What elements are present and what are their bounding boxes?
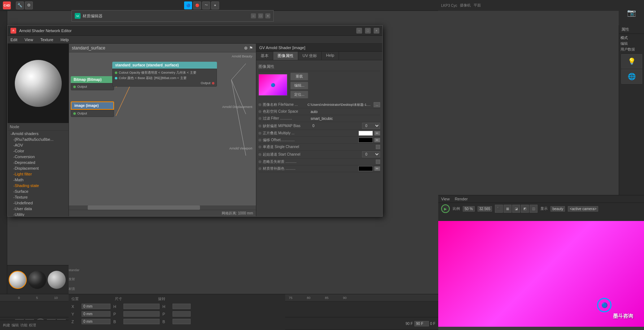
toolbar-icon-3[interactable]: 🔵 <box>184 1 192 9</box>
render-controls: View Render ▶ 比例 50 % 32.565 ⬛ ▦ ◪ ◩ ◫ 显… <box>438 195 644 221</box>
right-tab-userdata[interactable]: 用户数据 <box>621 47 643 52</box>
gv-logo: 🔵 <box>271 83 275 87</box>
arnold-maximize-btn[interactable]: □ <box>365 28 371 34</box>
mipmap-select[interactable]: 0 <box>362 123 380 129</box>
view-btn-4[interactable]: ◩ <box>521 205 529 213</box>
z-b-label: B <box>162 320 170 324</box>
node-standard-surface[interactable]: standard_surface (standard_surface) Cuto… <box>112 62 217 87</box>
y-pos-input[interactable] <box>82 311 110 317</box>
prop-color-repl[interactable] <box>358 166 373 171</box>
b-rot-input[interactable]: 0° <box>173 319 191 324</box>
right-props-header: 属性 <box>619 25 644 34</box>
gv-tab-image[interactable]: 图像属性 <box>273 52 298 60</box>
gv-tab-basic[interactable]: 基本 <box>256 52 273 60</box>
startchannel-select[interactable]: 0 <box>362 151 380 157</box>
mat-win-minimize[interactable]: – <box>251 13 256 18</box>
tree-item-rz[interactable]: -[R\u7ad9\u5cc\u8be... <box>8 136 69 142</box>
canvas-flag-icon[interactable]: ⚑ <box>249 45 253 51</box>
tree-item-userdata[interactable]: -User data <box>8 206 69 212</box>
x-pos-input[interactable] <box>82 304 110 309</box>
canvas-footer: 网格距离: 1000 mm <box>69 210 256 216</box>
p-rot-input[interactable]: 0° <box>173 311 191 317</box>
prop-dot-offset <box>258 139 261 142</box>
right-icon-camera[interactable]: 📷 <box>627 8 636 17</box>
arnold-minimize-btn[interactable]: – <box>356 28 362 34</box>
arnold-close-btn[interactable]: × <box>374 28 379 34</box>
h-rot-input[interactable]: 0° <box>173 304 191 309</box>
y-size-input[interactable]: 6723.815 mm <box>123 311 160 317</box>
display-select[interactable]: beauty <box>551 206 565 212</box>
ratio-value[interactable]: 50 % <box>463 206 475 212</box>
toolbar-icon-5[interactable]: 〜 <box>202 1 210 9</box>
mat-win-maximize[interactable]: □ <box>258 13 263 18</box>
tree-item-color[interactable]: -Color <box>8 148 69 154</box>
toolbar-icon-4[interactable]: 🔴 <box>193 1 201 9</box>
right-icon-1[interactable]: 💡 <box>621 54 642 69</box>
ruler-85: 85 <box>325 296 343 300</box>
tree-item-deprecated[interactable]: -Deprecated <box>8 160 69 165</box>
z-pos-input[interactable] <box>82 319 110 324</box>
node-bitmap[interactable]: Bitmap (Bitmap) Output <box>71 76 114 90</box>
arnold-tree-list: -Arnold shaders -[R\u7ad9\u5cc\u8be... -… <box>8 131 69 216</box>
gv-reload-btn[interactable]: 重载 <box>290 73 308 81</box>
view-btn-3[interactable]: ◪ <box>512 205 520 213</box>
mat-ball-black[interactable] <box>28 271 46 289</box>
mat-win-close[interactable]: × <box>265 13 270 18</box>
prop-dot-sc <box>258 146 261 148</box>
coord-row-y: Y P 6723.815 mm P 0° <box>71 311 282 317</box>
viewport-logo: 墨斗咨询 <box>613 313 633 320</box>
menu-edit[interactable]: Edit <box>9 38 19 42</box>
gv-tab-uv[interactable]: UV 坐标 <box>298 52 322 60</box>
render-play-btn[interactable]: ▶ <box>441 204 450 213</box>
zoom-value[interactable]: 32.565 <box>478 206 492 212</box>
ruler-90: 90 <box>343 296 361 300</box>
menu-help[interactable]: Help <box>59 38 70 42</box>
prop-edit-repl[interactable]: ✏ <box>374 166 380 171</box>
toolbar-icon-1[interactable]: 🔧 <box>16 1 24 9</box>
view-btn-1[interactable]: ⬛ <box>495 205 503 213</box>
node-image[interactable]: image (image) Output <box>71 101 114 117</box>
menu-view[interactable]: View <box>23 38 35 42</box>
prop-color-multiply[interactable] <box>358 131 373 136</box>
tree-item-math[interactable]: -Math <box>8 177 69 183</box>
prop-browse-btn[interactable]: ... <box>374 102 380 107</box>
prop-edit-offset[interactable]: ✏ <box>374 138 380 142</box>
mat-editor-title: 材质编辑器 <box>83 13 249 19</box>
view-btn-5[interactable]: ◫ <box>530 205 538 213</box>
menu-texture[interactable]: Texture <box>39 38 55 42</box>
toolbar-icon-6[interactable]: ✦ <box>211 1 219 9</box>
x-size-input[interactable]: 17703.012 mm <box>123 304 160 309</box>
frame-end-input[interactable] <box>414 321 429 326</box>
tree-item-undefined[interactable]: -Undefined <box>8 200 69 206</box>
tree-item-utility[interactable]: -Utility <box>8 212 69 216</box>
toolbar-icon-2[interactable]: ⚙ <box>25 1 33 9</box>
tree-item-aov[interactable]: -AOV <box>8 142 69 148</box>
tree-item-shading-state[interactable]: -Shading state <box>8 183 69 188</box>
right-tab-edit[interactable]: 编辑 <box>621 41 643 46</box>
prop-edit-multiply[interactable]: ✏ <box>374 131 380 135</box>
right-icon-2[interactable]: 🌐 <box>621 69 642 84</box>
prop-cb-missing[interactable] <box>376 160 380 164</box>
canvas-hscroll[interactable] <box>69 205 256 210</box>
tree-item-arnold-shaders[interactable]: -Arnold shaders <box>8 131 69 136</box>
z-size-input[interactable]: 9000 mm <box>123 319 160 324</box>
prop-filter: 过滤 Filter ............ smart_bicubic <box>258 115 380 122</box>
camera-select[interactable]: <active camera> <box>568 206 598 212</box>
tree-item-surface[interactable]: -Surface <box>8 188 69 194</box>
gv-locate-btn[interactable]: 定位... <box>290 91 308 99</box>
canvas-move-icon[interactable]: ⊕ <box>244 45 248 51</box>
gv-tab-help[interactable]: Help <box>322 52 339 60</box>
mat-ball-white[interactable] <box>9 271 27 289</box>
mat-ball-gray[interactable] <box>48 271 66 289</box>
x-label: X <box>71 304 79 309</box>
view-btn-2[interactable]: ▦ <box>504 205 512 213</box>
tree-item-conversion[interactable]: -Conversion <box>8 154 69 160</box>
right-tab-mode[interactable]: 模式 <box>621 35 643 40</box>
tree-item-displacement[interactable]: -Displacement <box>8 165 69 171</box>
prop-color-offset[interactable] <box>358 138 373 143</box>
frame-counter: 0 F <box>430 322 435 326</box>
prop-cb-sc[interactable] <box>376 145 380 149</box>
tree-item-light-filter[interactable]: -Light filter <box>8 171 69 177</box>
tree-item-texture[interactable]: -Texture <box>8 194 69 200</box>
gv-edit-btn[interactable]: 编辑... <box>290 82 308 90</box>
